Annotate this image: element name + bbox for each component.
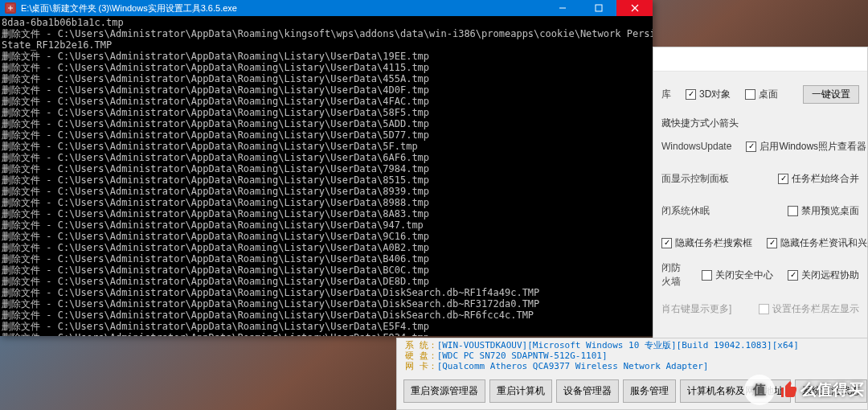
row-taskbar-search: 隐藏任务栏搜索框 隐藏任务栏资讯和兴趣: [661, 233, 859, 252]
action-buttons: 重启资源管理器 重启计算机 设备管理器 服务管理 计算机名称及网络地址 系统激活…: [397, 375, 867, 409]
svg-rect-2: [596, 5, 602, 11]
checkbox-taskbar-left[interactable]: 设置任务栏居左显示: [759, 302, 859, 316]
minimize-icon: [559, 4, 567, 12]
checkbox-label: 桌面: [759, 88, 778, 101]
checkbox-icon: [788, 270, 798, 281]
checkbox-label: 关闭远程协助: [801, 269, 859, 282]
label-context-menu: 肖右键显示更多]: [661, 302, 731, 316]
checkbox-label: 禁用预览桌面: [801, 204, 859, 218]
close-button[interactable]: [616, 0, 653, 16]
activation-status-button[interactable]: 系统激活状态: [795, 379, 867, 403]
checkbox-label: 设置任务栏居左显示: [772, 302, 859, 316]
close-icon: [631, 4, 639, 12]
sysinfo-line-disk: 硬 盘：[WDC PC SN720 SDAPNTW-512G-1101]: [405, 351, 859, 361]
checkbox-disable-preview[interactable]: 禁用预览桌面: [788, 204, 859, 218]
checkbox-icon: [788, 206, 798, 216]
section-shortcut-arrow: 藏快捷方式小箭头: [661, 117, 859, 130]
minimize-button[interactable]: [544, 0, 580, 16]
checkbox-icon: [759, 304, 769, 314]
checkbox-hide-searchbox[interactable]: 隐藏任务栏搜索框: [661, 236, 752, 250]
apply-all-button[interactable]: 一键设置: [803, 85, 859, 104]
checkbox-3d-objects[interactable]: 3D对象: [686, 88, 731, 101]
maximize-icon: [595, 4, 603, 12]
restart-explorer-button[interactable]: 重启资源管理器: [403, 379, 485, 403]
console-output[interactable]: 8daa-6ba1b06b1a1c.tmp 删除文件 - C:\Users\Ad…: [0, 16, 653, 336]
checkbox-security-center[interactable]: 关闭安全中心: [702, 269, 773, 282]
sysinfo-value: [WDC PC SN720 SDAPNTW-512G-1101]: [437, 351, 608, 361]
maximize-button[interactable]: [580, 0, 616, 16]
sysinfo-label: 系 统：: [405, 340, 437, 351]
label-library: 库: [661, 88, 671, 101]
app-icon: [5, 2, 16, 14]
label-windows-update: WindowsUpdate: [661, 141, 731, 152]
checkbox-icon: [778, 174, 788, 184]
console-title: E:\桌面\新建文件夹 (3)\Windows实用设置工具3.6.5.exe: [21, 2, 544, 14]
restart-computer-button[interactable]: 重启计算机: [489, 379, 552, 403]
sysinfo-value: [WIN-VOUSTDKAOUV][Microsoft Windows 10 专…: [437, 340, 799, 351]
bottom-panel: 系 统：[WIN-VOUSTDKAOUV][Microsoft Windows …: [396, 338, 868, 410]
sysinfo-value: [Qualcomm Atheros QCA9377 Wireless Netwo…: [437, 361, 709, 371]
row-hibernate: 闭系统休眠 禁用预览桌面: [661, 201, 859, 220]
console-titlebar[interactable]: E:\桌面\新建文件夹 (3)\Windows实用设置工具3.6.5.exe: [0, 0, 653, 16]
checkbox-icon: [767, 238, 777, 248]
checkbox-label: 关闭安全中心: [715, 269, 773, 282]
checkbox-photo-viewer[interactable]: 启用Windows照片查看器: [746, 140, 866, 154]
label-firewall: 闭防火墙: [661, 261, 687, 289]
checkbox-icon: [702, 270, 712, 281]
checkbox-label: 隐藏任务栏搜索框: [675, 236, 752, 250]
checkbox-icon: [746, 141, 756, 152]
services-button[interactable]: 服务管理: [623, 379, 676, 403]
row-explorer-items: 库 3D对象 桌面 一键设置: [661, 84, 859, 104]
checkbox-taskbar-combine[interactable]: 任务栏始终合并: [778, 172, 859, 186]
row-context-menu: 肖右键显示更多] 设置任务栏居左显示: [661, 299, 859, 318]
checkbox-hide-news[interactable]: 隐藏任务栏资讯和兴趣: [767, 236, 868, 250]
system-info: 系 统：[WIN-VOUSTDKAOUV][Microsoft Windows …: [397, 338, 867, 375]
checkbox-remote-assist[interactable]: 关闭远程协助: [788, 269, 859, 282]
sysinfo-label: 网 卡：: [405, 361, 437, 371]
row-firewall: 闭防火墙 关闭安全中心 关闭远程协助: [661, 265, 859, 285]
checkbox-icon: [686, 89, 696, 100]
row-control-panel: 面显示控制面板 任务栏始终合并: [661, 169, 859, 188]
sysinfo-label: 硬 盘：: [405, 351, 437, 361]
row-windows-update: WindowsUpdate 启用Windows照片查看器: [661, 137, 859, 156]
console-window: E:\桌面\新建文件夹 (3)\Windows实用设置工具3.6.5.exe 8…: [0, 0, 653, 336]
sysinfo-line-os: 系 统：[WIN-VOUSTDKAOUV][Microsoft Windows …: [405, 340, 859, 351]
checkbox-desktop[interactable]: 桌面: [745, 88, 778, 101]
checkbox-label: 任务栏始终合并: [792, 172, 859, 186]
checkbox-icon: [661, 238, 672, 248]
settings-panel-titlebar[interactable]: [653, 47, 867, 72]
checkbox-label: 隐藏任务栏资讯和兴趣: [780, 236, 868, 250]
computer-name-button[interactable]: 计算机名称及网络地址: [680, 379, 791, 403]
device-manager-button[interactable]: 设备管理器: [556, 379, 619, 403]
checkbox-label: 3D对象: [699, 88, 731, 101]
sysinfo-line-nic: 网 卡：[Qualcomm Atheros QCA9377 Wireless N…: [405, 361, 859, 371]
label-hibernate: 闭系统休眠: [661, 204, 710, 218]
checkbox-label: 启用Windows照片查看器: [760, 140, 866, 154]
window-buttons: [544, 0, 653, 16]
label-control-panel: 面显示控制面板: [661, 172, 729, 186]
checkbox-icon: [745, 89, 755, 100]
